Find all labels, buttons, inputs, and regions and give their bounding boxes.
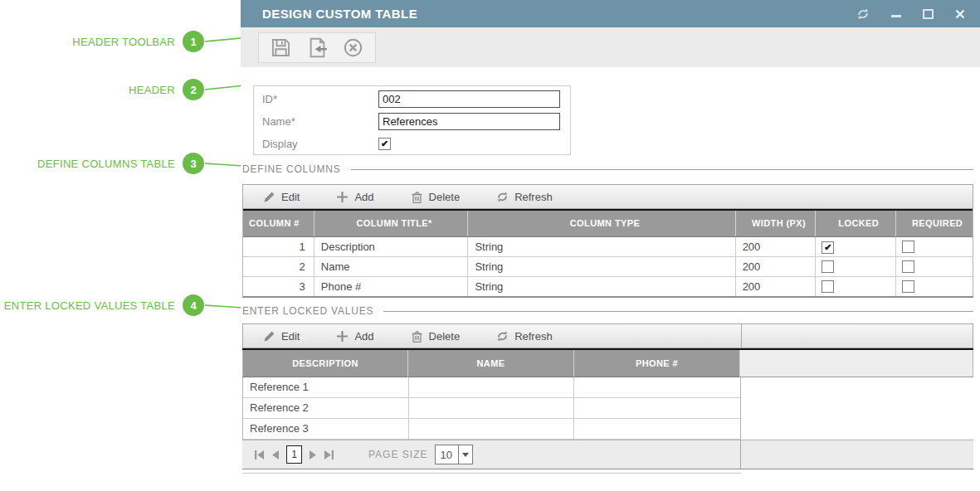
annotation-label: HEADER TOOLBAR — [72, 36, 175, 48]
cell-num: 3 — [243, 277, 314, 296]
column-header-required: REQUIRED — [896, 211, 973, 236]
annotation-number-badge: 1 — [183, 31, 204, 52]
table-row[interactable]: Reference 2 — [243, 398, 740, 419]
first-page-icon[interactable] — [254, 450, 265, 460]
table-row[interactable]: Reference 3 — [243, 419, 740, 440]
edit-button[interactable]: Edit — [263, 330, 300, 343]
enter-locked-values-legend: ENTER LOCKED VALUES — [242, 305, 973, 317]
refresh-icon — [496, 330, 509, 343]
table-row[interactable]: Reference 1 — [243, 377, 740, 398]
refresh-button[interactable]: Refresh — [496, 191, 553, 203]
cell-description: Reference 3 — [243, 419, 409, 439]
cancel-icon[interactable] — [342, 36, 364, 59]
display-checkbox[interactable]: ✔ — [378, 138, 391, 150]
column-header-title: COLUMN TITLE* — [314, 211, 469, 236]
minimize-icon[interactable] — [891, 10, 901, 17]
add-button[interactable]: Add — [336, 330, 373, 343]
column-header-name: NAME — [408, 350, 574, 377]
locked-checkbox[interactable] — [822, 280, 834, 293]
pencil-icon — [263, 191, 275, 203]
name-field[interactable] — [378, 113, 560, 130]
required-checkbox[interactable] — [902, 280, 914, 293]
legend-rule — [383, 311, 973, 312]
id-label: ID* — [254, 93, 378, 105]
locked-values-grid: Reference 1 Reference 2 Reference 3 — [242, 377, 741, 440]
cell-width: 200 — [736, 237, 817, 256]
last-page-icon[interactable] — [324, 450, 334, 460]
plus-icon — [336, 330, 349, 343]
column-header-phone: PHONE # — [574, 350, 740, 377]
column-header-width: WIDTH (PX) — [736, 211, 817, 236]
design-custom-table-window: DESIGN CUSTOM TABLE — [241, 0, 980, 491]
exit-icon[interactable] — [306, 36, 329, 59]
name-label: Name* — [254, 115, 378, 128]
annotation-define-columns-table: DEFINE COLUMNS TABLE 3 — [37, 153, 204, 174]
save-icon[interactable] — [270, 36, 292, 59]
window-title: DESIGN CUSTOM TABLE — [241, 7, 417, 21]
pagination-divider — [740, 440, 741, 469]
section-title: ENTER LOCKED VALUES — [242, 305, 383, 317]
plus-icon — [336, 191, 349, 203]
column-header-description: DESCRIPTION — [242, 350, 408, 377]
cell-name — [409, 398, 575, 418]
grid-header-row: COLUMN # COLUMN TITLE* COLUMN TYPE WIDTH… — [243, 209, 973, 237]
locked-checkbox[interactable]: ✔ — [822, 241, 834, 254]
cell-description: Reference 1 — [243, 377, 409, 397]
id-field[interactable] — [378, 90, 560, 108]
cell-title: Description — [314, 237, 469, 256]
cell-num: 2 — [243, 257, 314, 276]
delete-button[interactable]: Delete — [411, 191, 461, 203]
current-page[interactable]: 1 — [286, 445, 302, 464]
close-icon[interactable] — [955, 9, 965, 19]
name-row: Name* — [254, 110, 570, 133]
display-label: Display — [254, 138, 378, 150]
annotation-header-toolbar: HEADER TOOLBAR 1 — [72, 31, 204, 52]
cell-title: Phone # — [314, 277, 469, 296]
refresh-button[interactable]: Refresh — [496, 330, 553, 343]
page-size-value: 10 — [435, 445, 458, 464]
page-size-label: PAGE SIZE — [368, 449, 427, 460]
cell-phone — [574, 377, 740, 397]
toolbar-divider — [741, 324, 742, 348]
add-button[interactable]: Add — [336, 191, 373, 203]
define-columns-section: DEFINE COLUMNS Edit Add — [242, 163, 973, 298]
locked-checkbox[interactable] — [822, 260, 834, 273]
column-header-type: COLUMN TYPE — [468, 211, 735, 236]
page-size-select[interactable]: 10 — [435, 445, 473, 464]
cell-description: Reference 2 — [243, 398, 409, 418]
cell-title: Name — [314, 257, 469, 276]
required-checkbox[interactable] — [902, 241, 914, 253]
dropdown-arrow-icon[interactable] — [458, 445, 473, 464]
annotation-header: HEADER 2 — [129, 79, 204, 100]
table-row[interactable]: 3 Phone # String 200 — [243, 277, 973, 296]
define-columns-legend: DEFINE COLUMNS — [242, 163, 973, 175]
required-checkbox[interactable] — [902, 260, 914, 273]
next-page-icon[interactable] — [308, 450, 318, 460]
legend-rule — [351, 169, 973, 170]
pagination-bar: 1 PAGE SIZE 10 — [242, 440, 973, 469]
prev-page-icon[interactable] — [271, 450, 280, 460]
table-row[interactable]: 1 Description String 200 ✔ — [243, 237, 973, 257]
annotation-label: ENTER LOCKED VALUES TABLE — [4, 299, 175, 312]
maximize-icon[interactable] — [923, 9, 934, 19]
delete-button[interactable]: Delete — [411, 330, 461, 343]
annotation-label: HEADER — [129, 84, 175, 96]
header-filler — [740, 350, 973, 377]
cell-type: String — [468, 277, 735, 296]
section-bottom-border — [242, 473, 741, 474]
refresh-icon — [496, 191, 509, 203]
pencil-icon — [263, 330, 275, 343]
refresh-icon[interactable] — [856, 7, 870, 21]
cell-width: 200 — [736, 277, 817, 296]
table-row[interactable]: 2 Name String 200 — [243, 257, 973, 277]
display-row: Display ✔ — [254, 133, 570, 155]
cell-width: 200 — [736, 257, 817, 276]
window-controls — [856, 0, 965, 27]
define-columns-toolbar: Edit Add Delete — [242, 184, 973, 209]
cell-type: String — [468, 237, 735, 256]
edit-button[interactable]: Edit — [263, 191, 300, 203]
cell-phone — [574, 398, 740, 418]
annotation-number-badge: 4 — [183, 294, 204, 316]
cell-type: String — [468, 257, 735, 276]
annotation-label: DEFINE COLUMNS TABLE — [37, 158, 175, 170]
